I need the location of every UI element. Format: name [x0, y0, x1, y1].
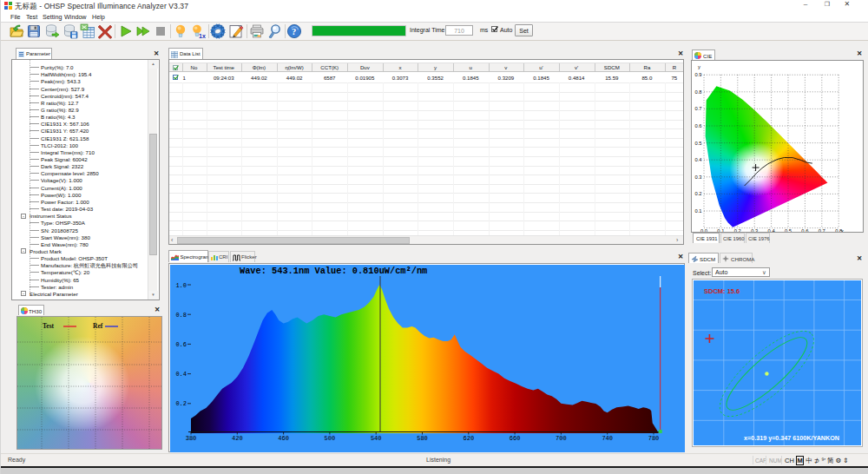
svg-text:780: 780 [648, 435, 660, 442]
svg-text:0.6: 0.6 [175, 341, 187, 348]
svg-text:x=0.319 y=0.347 6100K/YANKON: x=0.319 y=0.347 6100K/YANKON [744, 434, 839, 442]
svg-text:0.5: 0.5 [694, 141, 701, 146]
svg-text:700: 700 [556, 435, 567, 442]
svg-text:0.5: 0.5 [785, 228, 792, 233]
svg-text:380: 380 [186, 435, 197, 442]
svg-text:1.0: 1.0 [175, 282, 187, 289]
svg-text:SDCM: 15.6: SDCM: 15.6 [704, 287, 740, 295]
svg-text:0.2: 0.2 [175, 400, 187, 407]
svg-text:0.8: 0.8 [175, 312, 187, 319]
svg-text:0.2: 0.2 [694, 191, 701, 196]
svg-text:?: ? [292, 27, 296, 36]
svg-text:0.4: 0.4 [175, 371, 187, 378]
svg-text:1x: 1x [199, 33, 206, 39]
svg-text:0.1: 0.1 [694, 208, 701, 214]
svg-text:0.2: 0.2 [734, 228, 741, 233]
svg-text:0.9: 0.9 [694, 72, 701, 77]
svg-text:0.3: 0.3 [694, 174, 701, 180]
svg-text:Wave: 543.1nm Value: 0.810uW/c: Wave: 543.1nm Value: 0.810uW/cm²/nm [240, 266, 427, 276]
svg-text:660: 660 [510, 435, 521, 442]
svg-text:y: y [698, 64, 700, 69]
svg-text:500: 500 [325, 435, 336, 442]
svg-text:Ref: Ref [93, 322, 103, 330]
svg-text:460: 460 [278, 435, 289, 442]
svg-text:740: 740 [602, 435, 613, 442]
svg-text:0.4: 0.4 [694, 157, 702, 162]
svg-text:0.8: 0.8 [694, 89, 701, 95]
svg-text:0.7: 0.7 [819, 228, 825, 233]
svg-text:0.4: 0.4 [768, 228, 776, 233]
svg-text:0.6: 0.6 [801, 228, 808, 233]
svg-text:540: 540 [371, 435, 382, 442]
svg-text:0.0: 0.0 [700, 228, 707, 233]
svg-text:x: x [841, 228, 844, 233]
svg-text:0.3: 0.3 [751, 228, 758, 233]
svg-text:0.7: 0.7 [694, 106, 701, 111]
svg-text:580: 580 [417, 435, 428, 442]
svg-text:0.6: 0.6 [694, 123, 701, 128]
svg-text:Test: Test [43, 322, 55, 330]
svg-text:0.1: 0.1 [717, 228, 724, 233]
svg-text:620: 620 [463, 435, 474, 442]
svg-text:420: 420 [232, 435, 243, 442]
